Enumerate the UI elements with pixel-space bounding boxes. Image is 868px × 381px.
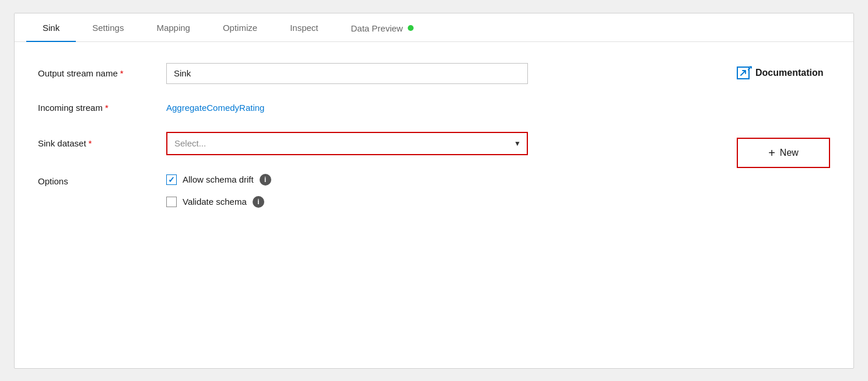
checkmark-icon: ✓ [168, 176, 175, 184]
tab-sink[interactable]: Sink [26, 13, 76, 42]
tab-data-preview-label: Data Preview [351, 23, 403, 33]
allow-schema-drift-label: Allow schema drift [183, 174, 254, 184]
validate-schema-info-icon[interactable]: i [253, 196, 264, 208]
output-stream-name-label: Output stream name * [38, 68, 166, 78]
documentation-label: Documentation [755, 68, 823, 78]
main-container: Sink Settings Mapping Optimize Inspect D… [14, 13, 854, 369]
external-link-icon [737, 67, 750, 79]
plus-icon: + [768, 147, 775, 159]
allow-schema-drift-row: ✓ Allow schema drift i [166, 174, 271, 186]
tab-optimize[interactable]: Optimize [206, 13, 274, 42]
content-area: Output stream name * Incoming stream * A… [15, 42, 853, 231]
tab-data-preview[interactable]: Data Preview [335, 14, 430, 41]
data-preview-status-dot [408, 25, 414, 31]
options-row: Options ✓ Allow schema drift i Validate … [38, 174, 713, 208]
right-panel: Documentation + New [713, 63, 830, 208]
required-marker-3: * [89, 138, 92, 148]
validate-schema-checkbox[interactable] [166, 197, 177, 207]
incoming-stream-link[interactable]: AggregateComedyRating [166, 103, 264, 113]
incoming-stream-label: Incoming stream * [38, 103, 166, 113]
tab-inspect[interactable]: Inspect [274, 13, 334, 42]
incoming-stream-row: Incoming stream * AggregateComedyRating [38, 103, 713, 113]
tab-mapping[interactable]: Mapping [140, 13, 206, 42]
form-area: Output stream name * Incoming stream * A… [38, 63, 713, 208]
new-button-label: New [780, 148, 799, 158]
tab-settings[interactable]: Settings [76, 13, 140, 42]
validate-schema-row: Validate schema i [166, 196, 271, 208]
tab-bar: Sink Settings Mapping Optimize Inspect D… [15, 13, 853, 42]
options-label: Options [38, 174, 166, 186]
required-marker-2: * [105, 103, 108, 113]
output-stream-name-input[interactable] [166, 63, 528, 84]
sink-dataset-field-wrapper: Select... ▼ [166, 132, 528, 155]
allow-schema-drift-info-icon[interactable]: i [260, 174, 271, 186]
validate-schema-label: Validate schema [183, 197, 247, 207]
incoming-stream-value-wrapper: AggregateComedyRating [166, 103, 528, 113]
options-controls: ✓ Allow schema drift i Validate schema i [166, 174, 271, 208]
sink-dataset-select[interactable]: Select... [166, 132, 528, 155]
new-button[interactable]: + New [737, 138, 830, 168]
output-stream-name-field-wrapper [166, 63, 528, 84]
output-stream-name-row: Output stream name * [38, 63, 713, 84]
sink-dataset-select-wrapper: Select... ▼ [166, 132, 528, 155]
sink-dataset-row: Sink dataset * Select... ▼ [38, 132, 713, 155]
documentation-link[interactable]: Documentation [737, 67, 823, 79]
sink-dataset-label: Sink dataset * [38, 138, 166, 148]
required-marker-1: * [120, 68, 124, 78]
allow-schema-drift-checkbox[interactable]: ✓ [166, 174, 177, 185]
